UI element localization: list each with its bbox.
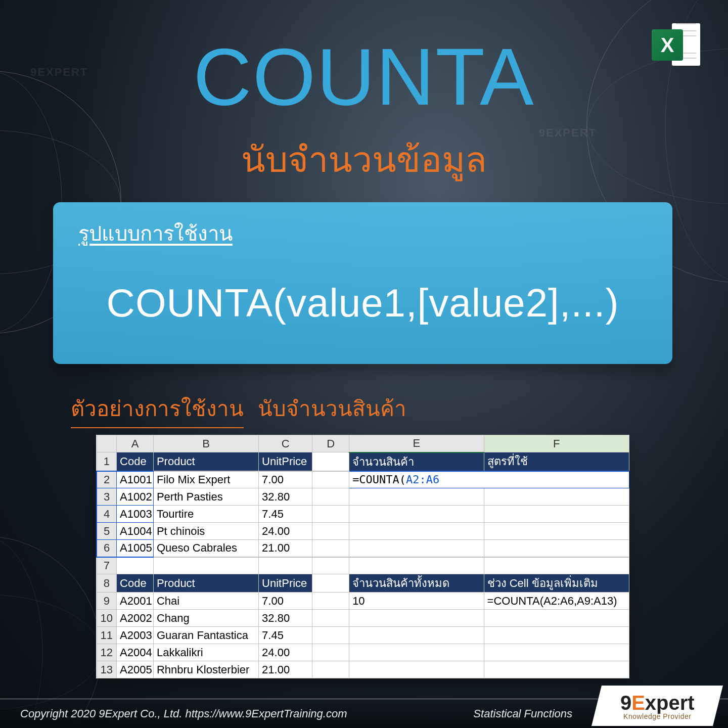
cell[interactable]: A1001	[117, 471, 154, 488]
spreadsheet: A B C D E F 1 Code Product UnitPrice จำน…	[96, 435, 629, 678]
example-desc: นับจำนวนสินค้า	[258, 392, 406, 425]
cell[interactable]: 7.00	[259, 471, 312, 488]
row-header[interactable]: 13	[97, 661, 117, 678]
cell[interactable]: ช่วง Cell ข้อมูลเพิ่มเติม	[484, 574, 629, 593]
cell[interactable]: A1004	[117, 523, 154, 540]
row-header[interactable]: 3	[97, 488, 117, 506]
cell[interactable]: Tourtire	[153, 506, 258, 523]
cell[interactable]: Chai	[153, 593, 258, 610]
cell[interactable]	[312, 506, 349, 523]
cell[interactable]: Code	[117, 452, 154, 471]
cell[interactable]: 7.00	[259, 593, 312, 610]
cell[interactable]: Product	[153, 574, 258, 593]
cell[interactable]: A2001	[117, 593, 154, 610]
cell[interactable]: A1005	[117, 540, 154, 557]
col-E[interactable]: E	[349, 435, 484, 452]
col-C[interactable]: C	[259, 435, 312, 452]
cell[interactable]	[312, 452, 349, 471]
cell[interactable]	[349, 627, 484, 644]
cell[interactable]: สูตรที่ใช้	[484, 452, 629, 471]
row-header[interactable]: 4	[97, 506, 117, 523]
cell[interactable]: UnitPrice	[259, 574, 312, 593]
cell[interactable]	[484, 557, 629, 574]
cell[interactable]	[349, 644, 484, 661]
result-cell[interactable]: 10	[349, 593, 484, 610]
cell[interactable]	[349, 540, 484, 557]
cell[interactable]	[312, 471, 349, 488]
cell[interactable]: จำนวนสินค้า	[349, 452, 484, 471]
cell[interactable]	[484, 661, 629, 678]
row-header[interactable]: 12	[97, 644, 117, 661]
cell[interactable]	[312, 593, 349, 610]
row-header[interactable]: 11	[97, 627, 117, 644]
excel-icon: X	[652, 20, 700, 69]
cell[interactable]	[349, 610, 484, 627]
cell[interactable]	[484, 540, 629, 557]
cell[interactable]: Queso Cabrales	[153, 540, 258, 557]
cell[interactable]: Lakkalikri	[153, 644, 258, 661]
cell[interactable]: 24.00	[259, 644, 312, 661]
cell[interactable]: จำนวนสินค้าทั้งหมด	[349, 574, 484, 593]
cell[interactable]	[484, 523, 629, 540]
cell[interactable]: Guaran Fantastica	[153, 627, 258, 644]
cell[interactable]	[312, 540, 349, 557]
col-F[interactable]: F	[484, 435, 629, 452]
cell[interactable]: Perth Pasties	[153, 488, 258, 506]
row-header[interactable]: 9	[97, 593, 117, 610]
cell[interactable]: 21.00	[259, 540, 312, 557]
formula-editing-cell[interactable]: =COUNTA(A2:A6 COUNTA(value1, [value2], .…	[349, 471, 629, 488]
row-header[interactable]: 7	[97, 557, 117, 574]
column-header-row: A B C D E F	[97, 435, 629, 452]
cell[interactable]: 7.45	[259, 627, 312, 644]
cell[interactable]: 32.80	[259, 610, 312, 627]
cell[interactable]: 7.45	[259, 506, 312, 523]
row-header[interactable]: 8	[97, 574, 117, 593]
cell[interactable]	[349, 661, 484, 678]
cell[interactable]	[153, 557, 258, 574]
row-header[interactable]: 6	[97, 540, 117, 557]
cell[interactable]: A2004	[117, 644, 154, 661]
cell[interactable]: Pt chinois	[153, 523, 258, 540]
cell[interactable]	[312, 488, 349, 506]
cell[interactable]	[484, 506, 629, 523]
col-D[interactable]: D	[312, 435, 349, 452]
cell[interactable]: UnitPrice	[259, 452, 312, 471]
cell[interactable]: Filo Mix Expert	[153, 471, 258, 488]
cell[interactable]: Code	[117, 574, 154, 593]
cell[interactable]	[259, 557, 312, 574]
cell[interactable]: A2005	[117, 661, 154, 678]
cell[interactable]: A1003	[117, 506, 154, 523]
cell[interactable]: A2002	[117, 610, 154, 627]
cell[interactable]	[349, 557, 484, 574]
cell[interactable]: 24.00	[259, 523, 312, 540]
cell[interactable]	[312, 661, 349, 678]
cell[interactable]	[312, 644, 349, 661]
cell[interactable]: A1002	[117, 488, 154, 506]
cell[interactable]	[484, 644, 629, 661]
row-header[interactable]: 10	[97, 610, 117, 627]
cell[interactable]: 32.80	[259, 488, 312, 506]
cell[interactable]: 21.00	[259, 661, 312, 678]
row-header[interactable]: 2	[97, 471, 117, 488]
cell[interactable]	[484, 627, 629, 644]
row-header[interactable]: 5	[97, 523, 117, 540]
cell[interactable]	[312, 523, 349, 540]
cell[interactable]	[117, 557, 154, 574]
cell[interactable]	[312, 574, 349, 593]
cell[interactable]: Rhnbru Klosterbier	[153, 661, 258, 678]
cell[interactable]	[349, 523, 484, 540]
cell[interactable]	[484, 610, 629, 627]
cell[interactable]: Chang	[153, 610, 258, 627]
cell[interactable]	[312, 610, 349, 627]
cell[interactable]	[312, 627, 349, 644]
cell[interactable]: Product	[153, 452, 258, 471]
cell[interactable]	[349, 488, 484, 506]
formula-cell[interactable]: =COUNTA(A2:A6,A9:A13)	[484, 593, 629, 610]
cell[interactable]	[312, 557, 349, 574]
cell[interactable]	[484, 488, 629, 506]
cell[interactable]: A2003	[117, 627, 154, 644]
col-A[interactable]: A	[117, 435, 154, 452]
col-B[interactable]: B	[153, 435, 258, 452]
row-1[interactable]: 1	[97, 452, 117, 471]
cell[interactable]	[349, 506, 484, 523]
